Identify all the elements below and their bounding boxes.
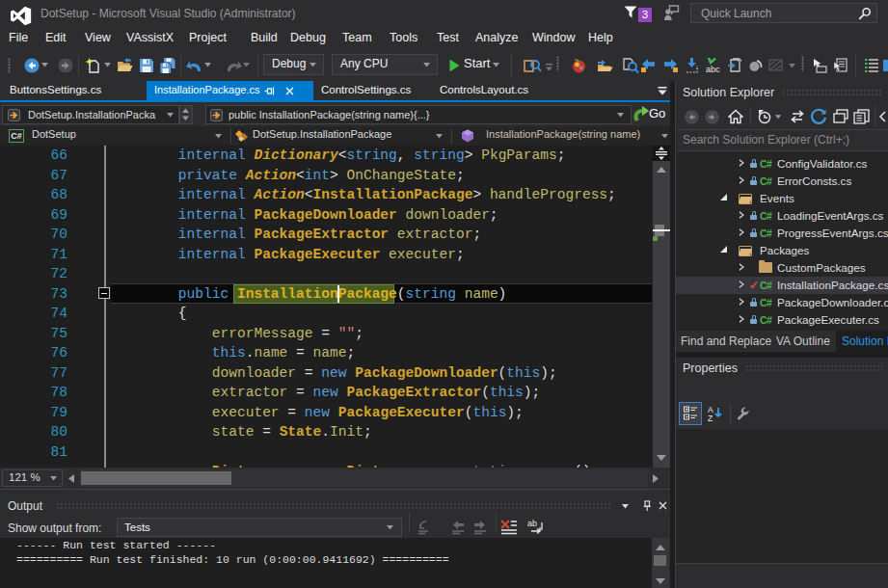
svg-text:ab: ab [527, 519, 537, 528]
svg-text:Z: Z [708, 414, 713, 422]
svg-text:abc: abc [706, 65, 720, 73]
